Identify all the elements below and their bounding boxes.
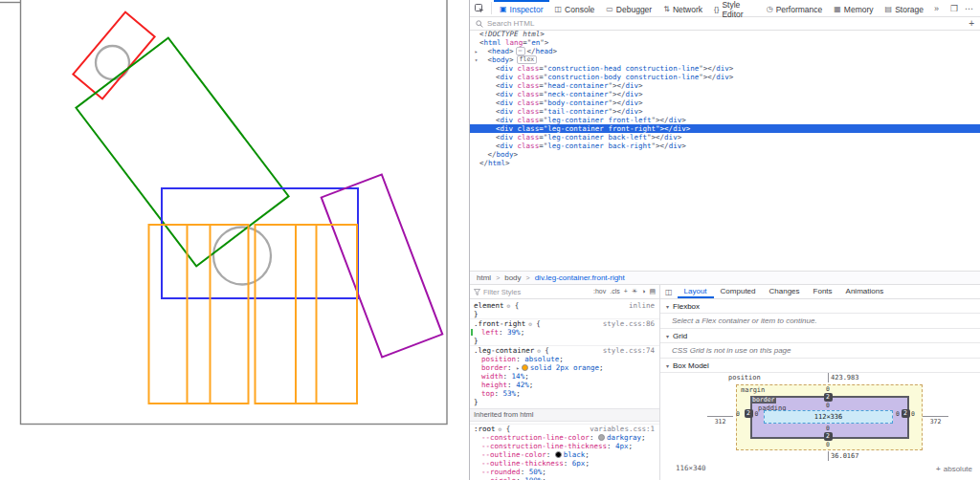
stylesheet-source-link[interactable]: style.css:86: [603, 319, 655, 328]
devtools-tab-inspector[interactable]: ▣Inspector: [494, 0, 549, 16]
css-declaration[interactable]: --outline-thickness: 6px;: [470, 459, 659, 468]
add-node-button[interactable]: +: [969, 19, 974, 29]
css-declaration[interactable]: position: absolute;: [470, 355, 659, 363]
css-declaration[interactable]: width: 14%;: [470, 372, 659, 381]
filter-styles-bar[interactable]: Filter Styles :hov.cls+☀◑▤: [470, 285, 659, 299]
border-bottom-value[interactable]: 2: [824, 432, 833, 441]
markup-line[interactable]: <div class="leg-container front-left"></…: [470, 116, 980, 124]
rules-toolbar-button[interactable]: :hov: [593, 288, 606, 295]
content-box[interactable]: 112×336: [764, 410, 893, 424]
markup-line[interactable]: <div class="leg-container back-right"></…: [470, 142, 980, 150]
markup-line[interactable]: <!DOCTYPE html>: [470, 30, 980, 38]
breadcrumb-item[interactable]: html: [477, 273, 491, 282]
rules-toolbar-button[interactable]: .cls: [610, 288, 620, 295]
sidebar-toggle-icon[interactable]: ◫: [660, 288, 678, 296]
expand-shorthand-icon[interactable]: ▸: [516, 364, 520, 371]
margin-left-value[interactable]: 0: [733, 410, 743, 418]
pval: 42%: [516, 381, 529, 389]
markup-line[interactable]: ▾<body>flex: [470, 55, 980, 64]
markup-line[interactable]: <div class="construction-body constructi…: [470, 73, 980, 81]
css-declaration[interactable]: --construction-line-thickness: 4px;: [470, 442, 659, 450]
rules-toolbar-button[interactable]: ◑: [641, 288, 645, 295]
rule-selector[interactable]: .leg-container: [474, 346, 534, 355]
css-rule: :root⚙ {variables.css:1--construction-li…: [470, 424, 659, 480]
responsive-design-mode-icon[interactable]: ❐: [950, 4, 958, 13]
padding-top-value[interactable]: 0: [818, 402, 837, 409]
code-punctuation: "></: [608, 90, 625, 98]
markup-line[interactable]: <div class="body-container"></div>: [470, 98, 980, 107]
devtools-tab-console[interactable]: ◫Console: [549, 0, 601, 16]
devtools-tab-debugger[interactable]: ▭Debugger: [600, 0, 657, 16]
sidebar-tab-changes[interactable]: Changes: [763, 285, 807, 298]
rule-selector[interactable]: element: [474, 301, 504, 310]
markup-line[interactable]: <html lang="en">: [470, 38, 980, 47]
border-top-value[interactable]: 2: [824, 393, 833, 402]
color-swatch[interactable]: [555, 451, 562, 458]
markup-line[interactable]: ▸<head>⋯</head>: [470, 47, 980, 55]
breadcrumb-item[interactable]: div.leg-container.front-right: [535, 273, 625, 282]
pick-element-button[interactable]: [470, 0, 489, 16]
css-declaration[interactable]: height: 42%;: [470, 381, 659, 389]
rule-selector[interactable]: :root: [474, 425, 496, 433]
margin-right-value[interactable]: 0: [908, 410, 918, 418]
css-declaration[interactable]: --outline-color: black;: [470, 450, 659, 459]
devtools-tab-storage[interactable]: ▤Storage: [880, 0, 929, 16]
tag-name: html: [484, 38, 501, 47]
rules-toolbar-button[interactable]: ▤: [649, 288, 656, 295]
network-icon: ⇅: [663, 5, 670, 13]
markup-line[interactable]: <div class="construction-head constructi…: [470, 64, 980, 73]
markup-line[interactable]: <div class="tail-container"></div>: [470, 107, 980, 116]
search-html-bar[interactable]: Search HTML +: [470, 17, 980, 31]
devtools-tab-memory[interactable]: ▦Memory: [828, 0, 879, 16]
pname: width: [481, 372, 503, 381]
css-declaration[interactable]: --rounded: 50%;: [470, 468, 659, 476]
css-declaration[interactable]: top: 53%;: [470, 389, 659, 398]
css-declaration[interactable]: --construction-line-color: darkgray;: [470, 433, 659, 442]
flexbox-section-header[interactable]: ▾ Flexbox: [660, 299, 980, 314]
expand-twisty-icon[interactable]: ▸: [473, 47, 479, 55]
rules-toolbar-button[interactable]: +: [624, 288, 628, 295]
grid-section-label: Grid: [673, 332, 687, 340]
code-punctuation: </: [479, 159, 488, 167]
stylesheet-source-link[interactable]: variables.css:1: [590, 425, 655, 433]
css-declaration[interactable]: border: ▸solid 2px orange;: [470, 363, 659, 372]
content-size: 112×336: [814, 413, 843, 421]
flex-badge[interactable]: flex: [517, 55, 538, 64]
more-tabs-button[interactable]: »: [929, 0, 944, 16]
grid-section-header[interactable]: ▾ Grid: [660, 329, 980, 343]
rule-selector[interactable]: .front-right: [474, 319, 525, 328]
breadcrumb-item[interactable]: body: [504, 273, 521, 282]
padding-bottom-value[interactable]: 0: [818, 425, 837, 432]
code-punctuation: >: [638, 107, 643, 116]
devtools-tab-network[interactable]: ⇅Network: [657, 0, 708, 16]
margin-bottom-value[interactable]: 0: [818, 441, 837, 448]
attribute-name: class: [513, 81, 539, 90]
devtools-tab-style-editor[interactable]: {}Style Editor: [708, 0, 761, 16]
markup-line[interactable]: <div class="head-container"></div>: [470, 81, 980, 90]
markup-line[interactable]: </body>: [470, 150, 980, 159]
markup-line[interactable]: </html>: [470, 159, 980, 167]
devtools-tab-performance[interactable]: ◷Performance: [761, 0, 829, 16]
sidebar-tab-layout[interactable]: Layout: [678, 285, 714, 298]
box-model-section-header[interactable]: ▾ Box Model: [660, 359, 980, 373]
expand-twisty-icon[interactable]: ▾: [473, 55, 479, 64]
css-declaration[interactable]: left: 39%;: [470, 328, 659, 337]
markup-line[interactable]: <div class="leg-container back-left"></d…: [470, 133, 980, 142]
tk-brace: ;: [521, 328, 525, 337]
devtools-menu-icon[interactable]: ⋯: [965, 4, 973, 13]
toolbar-right: ❐ ⋯: [944, 0, 980, 16]
stylesheet-source-link[interactable]: style.css:74: [603, 346, 655, 355]
sidebar-tab-computed[interactable]: Computed: [714, 285, 763, 298]
markup-line[interactable]: <div class="neck-container"></div>: [470, 90, 980, 98]
color-swatch[interactable]: [598, 434, 605, 441]
sidebar-tab-animations[interactable]: Animations: [839, 285, 891, 298]
rules-toolbar-button[interactable]: ☀: [632, 288, 637, 295]
margin-top-value[interactable]: 0: [818, 385, 837, 393]
css-declaration[interactable]: --circle: 100%;: [470, 476, 659, 480]
chevron-down-icon: ▾: [666, 362, 669, 369]
sidebar-tab-fonts[interactable]: Fonts: [807, 285, 839, 298]
color-swatch[interactable]: [522, 364, 528, 371]
padding-left-value[interactable]: 0: [752, 410, 762, 418]
collapsed-content-icon[interactable]: ⋯: [516, 47, 525, 55]
markup-line-selected[interactable]: <div class="leg-container front-right"><…: [470, 124, 980, 133]
